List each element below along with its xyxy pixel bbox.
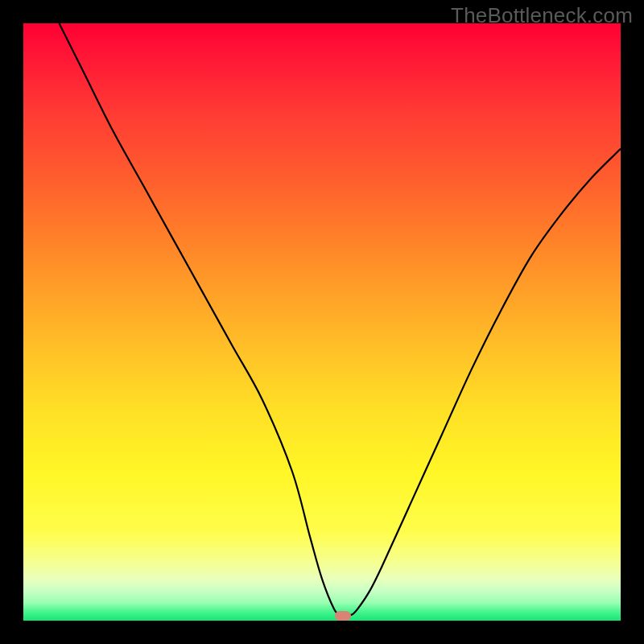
curve-path <box>60 23 621 615</box>
plot-area <box>23 23 621 621</box>
bottleneck-curve <box>23 23 621 621</box>
optimum-marker <box>335 611 351 621</box>
chart-frame: TheBottleneck.com <box>0 0 644 644</box>
watermark-text: TheBottleneck.com <box>451 3 633 28</box>
